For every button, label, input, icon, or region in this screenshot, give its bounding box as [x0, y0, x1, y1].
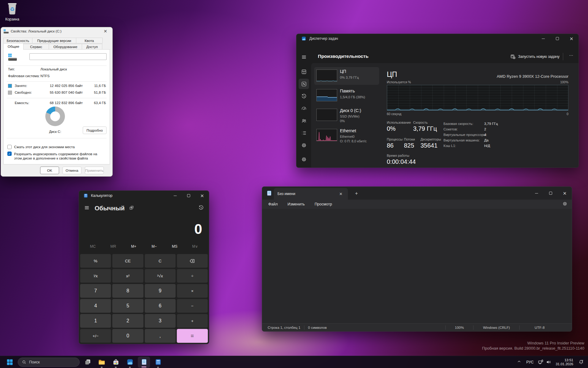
notepad-editor-area[interactable] [262, 209, 572, 323]
backspace-button[interactable] [177, 254, 208, 268]
digit-7-button[interactable]: 7 [80, 284, 111, 298]
sqrt-button[interactable]: ²√x [145, 269, 176, 283]
tray-overflow-chevron-icon[interactable] [515, 359, 523, 365]
reciprocal-button[interactable]: ¹⁄x [80, 269, 111, 283]
clear-button[interactable]: C [145, 254, 176, 268]
cpu-mini-graph [316, 69, 337, 82]
perf-item-ethernet[interactable]: Ethernet Ethernet0 О: 0 П: 8,0 кбит/с [314, 126, 379, 146]
sidebar-item-performance[interactable] [299, 79, 309, 89]
digit-6-button[interactable]: 6 [145, 299, 176, 313]
ok-button[interactable]: OK [40, 167, 59, 174]
perf-item-cpu[interactable]: ЦП 0% 3,79 ГГц [314, 67, 379, 85]
maximize-button[interactable] [550, 34, 564, 43]
taskbar-search[interactable]: Поиск [18, 358, 80, 367]
maximize-button[interactable] [182, 191, 195, 201]
memory-subtract-button[interactable]: M− [145, 244, 164, 249]
subtract-button[interactable]: − [177, 299, 208, 313]
digit-2-button[interactable]: 2 [112, 314, 143, 328]
sidebar-item-details[interactable] [299, 128, 309, 138]
sidebar-item-startup-apps[interactable] [299, 103, 309, 114]
memory-add-button[interactable]: M+ [124, 244, 143, 249]
recycle-bin-label: Корзина [2, 17, 22, 21]
start-button[interactable] [4, 356, 16, 368]
tab-general[interactable]: Общие [3, 43, 24, 50]
tab-previous-versions[interactable]: Предыдущие версии [32, 38, 76, 43]
tab-sharing[interactable]: Доступ [82, 44, 102, 50]
minimize-button[interactable] [530, 187, 544, 200]
cancel-button[interactable]: Отмена [62, 167, 81, 174]
menu-edit[interactable]: Изменить [284, 201, 308, 208]
history-icon[interactable] [198, 205, 204, 212]
tab-close-icon[interactable]: ✕ [337, 192, 344, 196]
calculator-taskbar-button[interactable] [152, 356, 164, 368]
compress-checkbox[interactable] [7, 145, 12, 149]
minimize-button[interactable] [536, 34, 550, 43]
digit-9-button[interactable]: 9 [145, 284, 176, 298]
close-button[interactable]: ✕ [564, 34, 579, 43]
digit-3-button[interactable]: 3 [145, 314, 176, 328]
sidebar-item-users[interactable] [299, 115, 309, 126]
memory-store-button[interactable]: MS [165, 244, 184, 249]
negate-button[interactable]: +/− [80, 329, 111, 343]
menu-file[interactable]: Файл [265, 201, 281, 208]
sidebar-item-settings[interactable] [299, 154, 309, 164]
status-line-endings[interactable]: Windows (CRLF) [473, 326, 519, 329]
volume-label-input[interactable] [29, 53, 107, 60]
recycle-bin-shortcut[interactable]: Корзина [2, 2, 22, 21]
more-options-button[interactable]: … [569, 52, 574, 57]
windows-start-icon [6, 359, 13, 366]
notepad-tab[interactable]: Без имени ✕ [274, 188, 348, 200]
details-button[interactable]: Подробно [83, 126, 107, 134]
status-zoom[interactable]: 100% [446, 326, 473, 329]
status-encoding[interactable]: UTF-8 [520, 326, 560, 329]
minimize-button[interactable] [168, 191, 182, 201]
task-manager-taskbar-button[interactable] [124, 356, 136, 368]
notepad-taskbar-button[interactable] [138, 357, 150, 368]
run-new-task-button[interactable]: Запустить новую задачу [510, 52, 560, 61]
notepad-settings-gear-icon[interactable] [562, 201, 567, 207]
new-tab-button[interactable]: + [353, 190, 360, 197]
keep-on-top-icon[interactable] [129, 205, 134, 212]
digit-0-button[interactable]: 0 [112, 329, 143, 343]
close-button[interactable]: ✕ [558, 187, 572, 200]
menu-view[interactable]: Просмотр [311, 201, 336, 208]
index-checkbox[interactable]: ✓ [7, 152, 12, 156]
digit-4-button[interactable]: 4 [80, 299, 111, 313]
navigation-menu-icon[interactable] [299, 52, 309, 62]
divide-button[interactable]: ÷ [177, 269, 208, 283]
clear-entry-button[interactable]: CE [112, 254, 143, 268]
tab-hardware[interactable]: Оборудование [49, 44, 82, 50]
calculator-menu-icon[interactable] [84, 205, 90, 212]
digit-8-button[interactable]: 8 [112, 284, 143, 298]
percent-button[interactable]: % [80, 254, 111, 268]
taskbar-clock[interactable]: 13:51 31.01.2026 [552, 358, 576, 366]
square-button[interactable]: x² [112, 269, 143, 283]
digit-1-button[interactable]: 1 [80, 314, 111, 328]
multiply-button[interactable]: × [177, 284, 208, 298]
calculator-icon [155, 359, 162, 366]
tab-quota[interactable]: Квота [76, 38, 103, 43]
equals-button[interactable]: = [177, 329, 208, 343]
decimal-button[interactable]: , [145, 329, 176, 343]
dialog-close-icon[interactable]: ✕ [101, 29, 110, 34]
tab-security[interactable]: Безопасность [3, 38, 32, 43]
notification-bell-icon[interactable] [576, 359, 586, 365]
index-checkbox-label: Разрешить индексировать содержимое файло… [14, 152, 105, 160]
volume-icon[interactable] [545, 359, 552, 365]
sidebar-item-processes[interactable] [299, 66, 309, 77]
close-button[interactable]: ✕ [195, 191, 209, 201]
tab-tools[interactable]: Сервис [23, 44, 49, 50]
network-icon[interactable] [537, 359, 545, 365]
add-button[interactable]: + [177, 314, 208, 328]
notepad-icon [141, 359, 148, 366]
file-explorer-button[interactable] [96, 356, 108, 368]
sidebar-item-app-history[interactable] [299, 91, 309, 101]
task-view-button[interactable] [81, 356, 94, 368]
language-indicator[interactable]: РУС [523, 360, 537, 364]
digit-5-button[interactable]: 5 [112, 299, 143, 313]
microsoft-store-button[interactable] [110, 356, 122, 368]
perf-item-disk[interactable]: Диск 0 (C:) SSD (NVMe) 0% [314, 106, 379, 126]
sidebar-item-services[interactable] [299, 140, 309, 150]
maximize-button[interactable] [544, 187, 558, 200]
perf-item-memory[interactable]: Память 1,5/4,0 ГБ (38%) [314, 87, 379, 104]
